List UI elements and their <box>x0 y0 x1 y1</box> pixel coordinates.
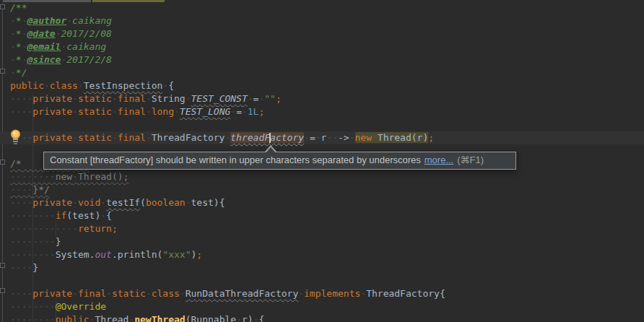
fold-marker-icon[interactable] <box>0 160 5 165</box>
tooltip-more-link[interactable]: more... <box>425 155 453 165</box>
code-line: ············return; <box>0 222 644 235</box>
code-line: ·*·@email·caikang <box>0 40 644 53</box>
code-line: ········System.out.println("xxx"); <box>0 248 644 261</box>
fold-marker-icon[interactable] <box>0 263 5 268</box>
text-caret <box>269 133 271 143</box>
tooltip-text: Constant [threadFactory] should be writt… <box>50 155 421 165</box>
code-line: ·*/ <box>0 66 644 79</box>
intention-bulb-icon[interactable] <box>9 129 22 144</box>
inspection-tooltip: Constant [threadFactory] should be writt… <box>43 152 516 170</box>
tooltip-arrow-fill <box>266 147 276 153</box>
tooltip-shortcut: (⌘F1) <box>457 155 484 165</box>
code-line: ····private·static·final·String·TEST_CON… <box>0 92 644 105</box>
code-line: /** <box>0 1 644 14</box>
code-line: ········if(test)·{ <box>0 209 644 222</box>
code-line <box>0 118 644 131</box>
code-line: ········new·Thread(); <box>0 170 644 183</box>
code-line: ····}*/ <box>0 183 644 196</box>
ide-editor: /**·*·@author·caikang·*·@date·2017/2/08·… <box>0 0 644 322</box>
code-line: ····} <box>0 261 644 274</box>
code-line: ·*·@since·2017/2/8 <box>0 53 644 66</box>
code-line: ·*·@date·2017/2/08 <box>0 27 644 40</box>
code-line: ····private·void·testIf(boolean·test){ <box>0 196 644 209</box>
fold-marker-icon[interactable] <box>0 4 5 9</box>
fold-marker-icon[interactable] <box>0 288 5 293</box>
code-line: ········public·Thread·newThread(Runnable… <box>0 313 644 322</box>
code-line <box>0 274 644 287</box>
code-line: ····private·final·static·class·RunDataTh… <box>0 287 644 300</box>
code-line: ····private·static·final·ThreadFactory·t… <box>0 131 644 144</box>
code-line: ·*·@author·caikang <box>0 14 644 27</box>
code-line: public·class·TestInspection·{ <box>0 79 644 92</box>
code-line: ····private·static·final·long·TEST_LONG·… <box>0 105 644 118</box>
code-line: ········@Override <box>0 300 644 313</box>
fold-marker-icon[interactable] <box>0 69 5 74</box>
code-line: ········} <box>0 235 644 248</box>
